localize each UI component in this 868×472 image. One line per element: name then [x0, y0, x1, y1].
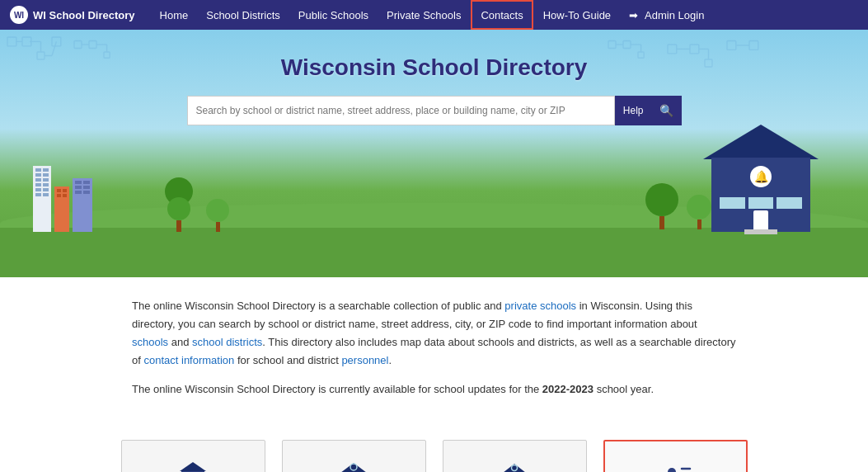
svg-rect-16 [749, 41, 758, 50]
contact-link[interactable]: contact information [143, 354, 234, 366]
svg-point-50 [668, 468, 676, 472]
nav-public-schools[interactable]: Public Schools [290, 0, 377, 30]
brand-label: WI School Directory [33, 9, 135, 21]
school-districts-icon [176, 459, 209, 472]
brand[interactable]: WI WI School Directory [10, 6, 135, 24]
ground-layer2 [0, 228, 868, 277]
school-building: 🔔 [703, 125, 819, 232]
personnel-link[interactable]: personnel [341, 354, 388, 366]
svg-marker-31 [180, 462, 206, 471]
nav-contacts[interactable]: Contacts [471, 0, 533, 30]
svg-rect-15 [727, 41, 736, 50]
bell-icon: 🔔 [750, 166, 772, 187]
tree-left-1 [165, 177, 193, 232]
nav-home[interactable]: Home [152, 0, 197, 30]
nav-admin-login[interactable]: ➡ Admin Login [621, 0, 712, 30]
hero-title: Wisconsin School Directory [281, 54, 588, 81]
description-paragraph: The online Wisconsin School Directory is… [132, 297, 736, 370]
navbar: WI WI School Directory Home School Distr… [0, 0, 868, 30]
city-building-3 [73, 178, 92, 232]
admin-login-arrow-icon: ➡ [629, 9, 638, 21]
private-schools-link[interactable]: private schools [504, 300, 576, 312]
svg-line-8 [52, 41, 56, 55]
hero-scenery: 🔔 [0, 145, 868, 277]
card-private-schools[interactable]: Private Schools [443, 440, 587, 472]
card-school-districts[interactable]: School Districts [121, 440, 265, 472]
availability-paragraph: The online Wisconsin School Directory is… [132, 383, 736, 395]
help-button[interactable]: Help [615, 96, 652, 125]
building-body: 🔔 [711, 158, 810, 232]
search-button[interactable]: 🔍 [652, 96, 682, 125]
svg-rect-27 [638, 52, 644, 58]
search-container: Help 🔍 [187, 96, 682, 125]
building-roof [703, 125, 819, 159]
card-contacts[interactable]: Contacts [603, 440, 748, 472]
tree-right-1 [645, 183, 678, 229]
search-input[interactable] [187, 96, 615, 125]
nav-how-to-guide[interactable]: How-To Guide [535, 0, 619, 30]
svg-rect-21 [104, 52, 110, 58]
svg-rect-10 [690, 45, 699, 54]
nav-links: Home School Districts Public Schools Pri… [152, 0, 858, 30]
search-icon: 🔍 [659, 104, 673, 117]
contacts-icon [659, 459, 692, 472]
card-public-schools[interactable]: Public Schools [282, 440, 426, 472]
city-buildings-left [33, 166, 92, 232]
tree-left-2 [206, 199, 229, 232]
svg-rect-18 [74, 41, 82, 49]
svg-rect-12 [705, 59, 712, 67]
nav-private-schools[interactable]: Private Schools [378, 0, 469, 30]
svg-rect-25 [623, 41, 631, 49]
schools-link[interactable]: schools [132, 336, 168, 348]
city-building-1 [33, 166, 51, 232]
cards-section: School Districts Public Schools [0, 432, 868, 472]
school-districts-link[interactable]: school districts [192, 336, 262, 348]
public-schools-icon [337, 459, 370, 472]
svg-rect-0 [7, 37, 16, 46]
svg-rect-9 [668, 45, 677, 54]
svg-rect-19 [89, 41, 96, 49]
city-building-2 [54, 186, 69, 232]
brand-icon: WI [10, 6, 28, 24]
main-content: The online Wisconsin School Directory is… [0, 277, 868, 432]
nav-school-districts[interactable]: School Districts [198, 0, 289, 30]
svg-rect-3 [37, 52, 45, 59]
hero-section: Wisconsin School Directory Help 🔍 [0, 30, 868, 277]
svg-rect-24 [608, 41, 616, 49]
private-schools-icon [498, 459, 531, 472]
